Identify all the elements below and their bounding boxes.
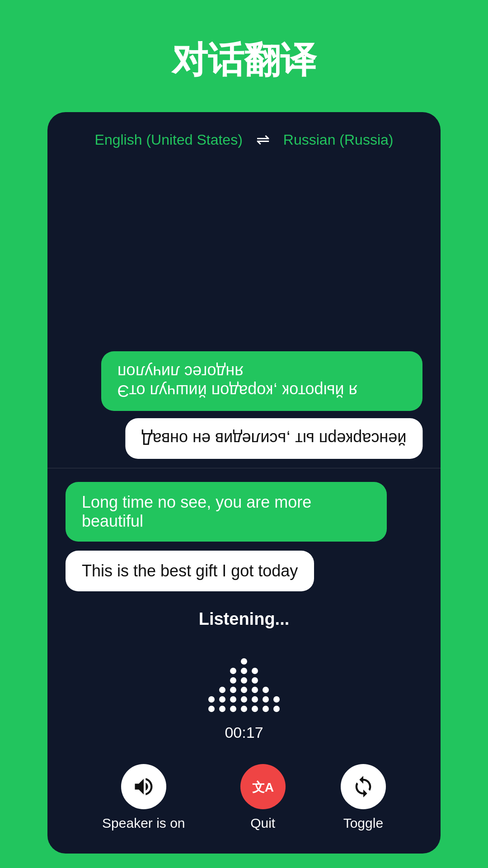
dot: [230, 677, 236, 684]
speaker-icon: [132, 775, 155, 798]
chat-area-top: Это лучший подарок, который я получил се…: [47, 163, 441, 468]
dot: [230, 696, 236, 703]
chat-area-bottom: Long time no see, you are more beautiful…: [47, 468, 441, 596]
quit-button[interactable]: 文A: [240, 764, 286, 809]
bottom-controls: Speaker is on 文A Quit Toggle: [47, 755, 441, 854]
dot: [263, 696, 269, 703]
dot: [241, 677, 247, 684]
listening-section: Listening...: [47, 596, 441, 755]
dot: [219, 696, 225, 703]
dot: [230, 706, 236, 712]
dot: [273, 696, 280, 703]
wave-col-5: [252, 668, 258, 712]
dot: [241, 706, 247, 712]
dot: [263, 706, 269, 712]
dot: [273, 706, 280, 712]
page-title: 对话翻译: [172, 36, 316, 85]
dot: [241, 658, 247, 665]
source-language[interactable]: English (United States): [95, 132, 243, 148]
wave-col-6: [263, 687, 269, 712]
dot: [252, 668, 258, 674]
wave-col-7: [273, 696, 280, 712]
dot: [263, 687, 269, 693]
wave-col-2: [219, 687, 225, 712]
dot: [241, 696, 247, 703]
dot: [252, 677, 258, 684]
main-card: English (United States) ⇌ Russian (Russi…: [47, 112, 441, 854]
dot: [252, 706, 258, 712]
message-bubble-top-2: Давно не виделись, ты прекрасней: [125, 418, 422, 459]
wave-col-3: [230, 668, 236, 712]
dot: [208, 696, 215, 703]
speaker-control: Speaker is on: [102, 764, 185, 831]
target-language[interactable]: Russian (Russia): [283, 132, 394, 148]
message-bubble-bottom-2: This is the best gift I got today: [66, 551, 314, 591]
dot: [252, 696, 258, 703]
dot: [230, 668, 236, 674]
speaker-button[interactable]: [121, 764, 166, 809]
quit-control: 文A Quit: [240, 764, 286, 831]
dot: [219, 687, 225, 693]
listening-label: Listening...: [199, 609, 290, 629]
speaker-label: Speaker is on: [102, 816, 185, 831]
message-bubble-bottom-1: Long time no see, you are more beautiful: [66, 482, 387, 542]
dot: [208, 706, 215, 712]
message-bubble-top-1: Это лучший подарок, который я получил се…: [101, 351, 422, 411]
dot: [241, 687, 247, 693]
toggle-button[interactable]: [341, 764, 386, 809]
dot: [219, 706, 225, 712]
wave-col-1: [208, 696, 215, 712]
timer: 00:17: [225, 724, 263, 741]
toggle-label: Toggle: [343, 816, 383, 831]
translate-icon: 文A: [251, 775, 275, 798]
wave-col-4: [241, 658, 247, 712]
waveform: [208, 640, 280, 712]
toggle-icon: [352, 775, 375, 798]
language-bar: English (United States) ⇌ Russian (Russi…: [47, 112, 441, 163]
toggle-control: Toggle: [341, 764, 386, 831]
dot: [241, 668, 247, 674]
swap-icon[interactable]: ⇌: [256, 130, 270, 149]
quit-label: Quit: [250, 816, 275, 831]
dot: [230, 687, 236, 693]
dot: [252, 687, 258, 693]
svg-text:文A: 文A: [252, 780, 274, 794]
